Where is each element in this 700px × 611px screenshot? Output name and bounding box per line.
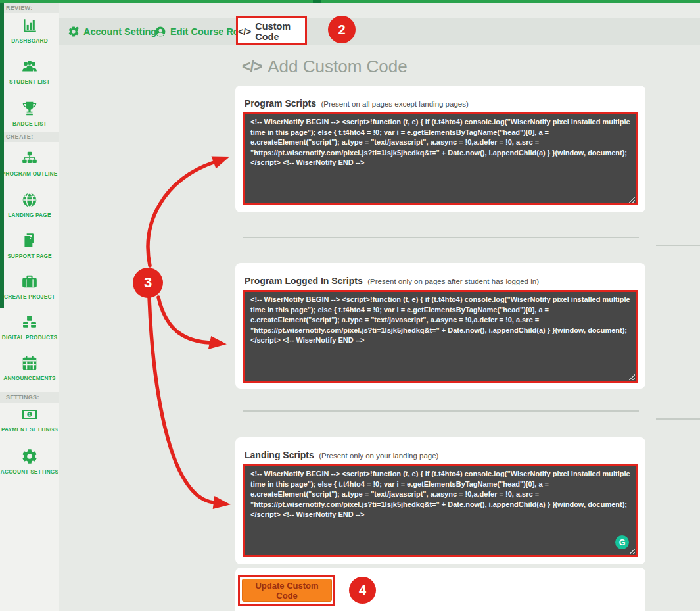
trophy-icon <box>0 100 59 118</box>
update-custom-code-button[interactable]: Update Custom Code <box>242 579 332 602</box>
sidebar-item-label: ACCOUNT SETTINGS <box>0 468 59 475</box>
sidebar-item-badge-list[interactable]: BADGE LIST <box>0 100 59 127</box>
top-light-strip <box>59 3 700 18</box>
section-title: Program Scripts <box>245 98 316 109</box>
tab-label: Custom Code <box>255 21 305 42</box>
logged-in-scripts-card: Program Logged In Scripts (Present only … <box>235 263 645 389</box>
landing-scripts-label: Landing Scripts (Present only on your la… <box>245 449 438 461</box>
gears-icon <box>68 26 80 37</box>
sidebar-item-label: ANNOUNCEMENTS <box>0 375 59 381</box>
sidebar-item-label: CREATE PROJECT <box>0 293 59 300</box>
section-hint: (Present only on your landing page) <box>319 452 438 460</box>
sidebar-item-student-list[interactable]: STUDENT LIST <box>0 58 59 85</box>
landing-scripts-textarea[interactable]: <!-- WiserNotify BEGIN --> <script>!func… <box>245 466 636 555</box>
sidebar-item-create-project[interactable]: CREATE PROJECT <box>0 273 59 300</box>
sidebar-item-account-settings[interactable]: ACCOUNT SETTINGS <box>0 448 59 475</box>
sidebar-item-label: STUDENT LIST <box>0 78 59 85</box>
sidebar-left-green-strip <box>0 3 4 308</box>
annotation-badge-3: 3 <box>133 268 163 298</box>
sidebar-section-create: CREATE: <box>0 132 59 142</box>
grammarly-icon[interactable]: G <box>615 535 629 549</box>
globe-icon <box>0 191 59 209</box>
sidebar-item-label: LANDING PAGE <box>0 212 59 218</box>
banknote-icon: 1 <box>0 406 59 424</box>
section-hint: (Present on all pages except landing pag… <box>321 100 468 108</box>
logged-in-scripts-label: Program Logged In Scripts (Present only … <box>245 275 539 287</box>
sidebar-item-payment-settings[interactable]: 1 PAYMENT SETTINGS <box>0 406 59 433</box>
pages-icon <box>0 232 59 250</box>
sidebar-section-review: REVIEW: <box>0 3 59 13</box>
settings-tabbar: Account Settings Edit Course Roles </> C… <box>59 18 700 45</box>
arrowhead-icon <box>208 336 227 349</box>
tab-account-settings[interactable]: Account Settings <box>68 18 162 45</box>
sidebar-item-announcements[interactable]: ANNOUNCEMENTS <box>0 354 59 381</box>
section-title: Program Logged In Scripts <box>245 276 363 286</box>
page-title: </> Add Custom Code <box>242 57 408 77</box>
arrow-to-program-scripts <box>148 162 214 266</box>
sidebar-item-label: BADGE LIST <box>0 120 59 127</box>
section-divider <box>243 410 639 412</box>
code-icon: </> <box>242 58 262 76</box>
cubes-icon <box>0 314 59 331</box>
program-scripts-label: Program Scripts (Present on all pages ex… <box>245 97 469 109</box>
custom-code-settings-page: REVIEW: DASHBOARD STUDENT LIST BADGE LIS… <box>0 0 700 611</box>
sidebar-item-label: SUPPORT PAGE <box>0 253 59 259</box>
gear-icon <box>0 448 59 466</box>
sidebar-item-program-outline[interactable]: PROGRAM OUTLINE <box>0 150 59 177</box>
section-divider-right <box>656 245 700 246</box>
arrowhead-icon <box>213 496 231 509</box>
bar-chart-icon <box>0 17 59 35</box>
code-icon: </> <box>238 26 251 37</box>
section-title: Landing Scripts <box>245 450 314 460</box>
section-divider-right <box>656 418 700 420</box>
page-title-text: Add Custom Code <box>268 57 407 77</box>
tab-label: Account Settings <box>83 26 162 37</box>
arrow-to-landing-scripts <box>149 297 214 502</box>
sidebar-item-support-page[interactable]: SUPPORT PAGE <box>0 232 59 259</box>
program-scripts-textarea[interactable]: <!-- WiserNotify BEGIN --> <script>!func… <box>245 114 636 203</box>
section-hint: (Present only on pages after student has… <box>367 278 539 285</box>
briefcase-icon <box>0 273 59 291</box>
sidebar-item-label: PAYMENT SETTINGS <box>0 426 59 433</box>
logged-in-scripts-highlight-box: <!-- WiserNotify BEGIN --> <script>!func… <box>243 290 638 383</box>
calendar-icon <box>0 354 59 372</box>
user-circle-icon <box>154 26 166 37</box>
tab-custom-code[interactable]: </> Custom Code <box>238 18 305 45</box>
sitemap-icon <box>0 150 59 168</box>
landing-scripts-card: Landing Scripts (Present only on your la… <box>235 437 645 564</box>
arrow-to-logged-in-scripts <box>158 297 210 343</box>
sidebar: REVIEW: DASHBOARD STUDENT LIST BADGE LIS… <box>0 3 59 611</box>
program-scripts-card: Program Scripts (Present on all pages ex… <box>235 86 645 212</box>
landing-scripts-highlight-box: <!-- WiserNotify BEGIN --> <script>!func… <box>243 464 638 557</box>
sidebar-section-settings: SETTINGS: <box>0 392 59 403</box>
arrowhead-icon <box>212 157 230 169</box>
sidebar-item-label: DASHBOARD <box>0 37 59 44</box>
sidebar-item-label: DIGITAL PRODUCTS <box>0 334 59 341</box>
logged-in-scripts-textarea[interactable]: <!-- WiserNotify BEGIN --> <script>!func… <box>245 292 636 381</box>
sidebar-item-dashboard[interactable]: DASHBOARD <box>0 17 59 44</box>
sidebar-item-digital-products[interactable]: DIGITAL PRODUCTS <box>0 314 59 341</box>
program-scripts-highlight-box: <!-- WiserNotify BEGIN --> <script>!func… <box>243 112 638 205</box>
users-icon <box>0 58 59 76</box>
sidebar-item-landing-page[interactable]: LANDING PAGE <box>0 191 59 218</box>
section-divider <box>243 237 639 238</box>
sidebar-item-label: PROGRAM OUTLINE <box>0 170 59 177</box>
